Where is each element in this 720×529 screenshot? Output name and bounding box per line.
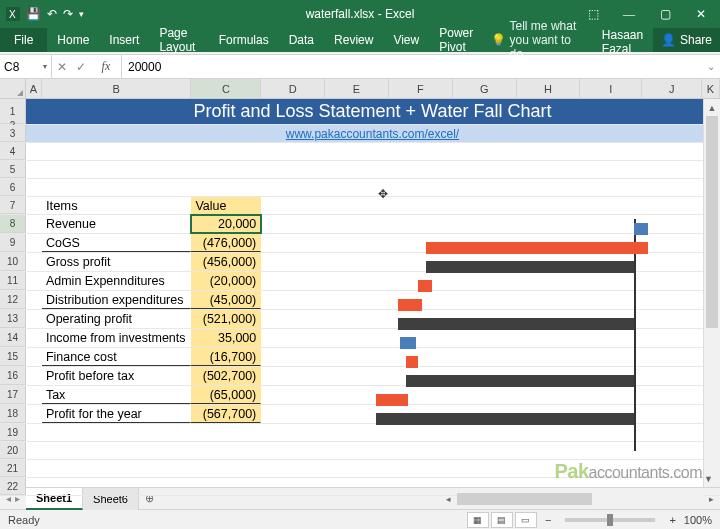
cell[interactable]: Income from investments xyxy=(42,329,192,347)
cell[interactable] xyxy=(453,234,517,252)
cell[interactable] xyxy=(26,329,42,347)
scroll-up-icon[interactable]: ▲ xyxy=(704,99,720,116)
cell[interactable] xyxy=(261,310,325,328)
cell[interactable] xyxy=(517,348,581,366)
row-header[interactable]: 5 xyxy=(0,161,26,178)
cell[interactable] xyxy=(191,460,261,477)
cell[interactable] xyxy=(26,234,42,252)
cell[interactable] xyxy=(42,478,192,495)
cell[interactable] xyxy=(517,386,581,404)
cell[interactable] xyxy=(642,234,702,252)
cell[interactable] xyxy=(517,253,581,271)
cell[interactable] xyxy=(325,291,389,309)
row-header[interactable]: 7 xyxy=(0,197,26,214)
cell[interactable] xyxy=(642,161,702,178)
cell[interactable] xyxy=(389,197,453,214)
cell[interactable]: Gross profit xyxy=(42,253,192,271)
cell[interactable] xyxy=(261,424,325,441)
cell[interactable] xyxy=(580,215,642,233)
cell[interactable]: Value xyxy=(191,197,261,214)
cell[interactable]: (521,000) xyxy=(191,310,261,328)
cell[interactable] xyxy=(453,386,517,404)
cell[interactable] xyxy=(580,234,642,252)
cell[interactable] xyxy=(261,253,325,271)
cell[interactable]: CoGS xyxy=(42,234,192,252)
cell[interactable] xyxy=(325,215,389,233)
cell[interactable] xyxy=(191,179,261,196)
cell[interactable] xyxy=(453,329,517,347)
column-header[interactable]: D xyxy=(261,79,325,98)
column-header[interactable]: A xyxy=(26,79,42,98)
cell[interactable] xyxy=(26,161,42,178)
cell[interactable] xyxy=(517,161,581,178)
cell[interactable] xyxy=(580,272,642,290)
cell[interactable] xyxy=(453,253,517,271)
tell-me-search[interactable]: 💡 Tell me what you want to do... xyxy=(491,28,594,52)
cell[interactable] xyxy=(389,460,453,477)
cell[interactable] xyxy=(453,179,517,196)
cell[interactable] xyxy=(389,143,453,160)
cell[interactable] xyxy=(453,367,517,385)
row-header[interactable]: 9 xyxy=(0,234,26,252)
column-header[interactable]: G xyxy=(453,79,517,98)
name-box[interactable]: C8▾ xyxy=(0,55,52,78)
cell[interactable] xyxy=(26,179,42,196)
cell[interactable] xyxy=(517,234,581,252)
cell[interactable] xyxy=(325,253,389,271)
cell[interactable] xyxy=(580,329,642,347)
cell[interactable] xyxy=(325,161,389,178)
column-header[interactable]: B xyxy=(42,79,192,98)
cell[interactable] xyxy=(517,424,581,441)
cell[interactable] xyxy=(642,197,702,214)
cell[interactable] xyxy=(389,348,453,366)
enter-icon[interactable]: ✓ xyxy=(76,60,86,74)
cell[interactable] xyxy=(517,405,581,423)
cell[interactable] xyxy=(580,253,642,271)
cell[interactable] xyxy=(453,460,517,477)
column-header[interactable]: I xyxy=(580,79,642,98)
spreadsheet-grid[interactable]: ABCDEFGHIJK 1Profit and Loss Statement +… xyxy=(0,79,720,487)
cell[interactable] xyxy=(389,405,453,423)
cell[interactable] xyxy=(453,442,517,459)
row-header[interactable]: 14 xyxy=(0,329,26,347)
cell[interactable] xyxy=(26,143,42,160)
cell[interactable] xyxy=(453,291,517,309)
horizontal-scrollbar[interactable]: ◂▸ xyxy=(440,491,720,507)
cell[interactable] xyxy=(191,161,261,178)
row-header[interactable]: 13 xyxy=(0,310,26,328)
cell[interactable] xyxy=(42,460,192,477)
cell[interactable] xyxy=(325,234,389,252)
tab-data[interactable]: Data xyxy=(279,28,324,52)
cell[interactable]: Finance cost xyxy=(42,348,192,366)
formula-input[interactable]: 20000 xyxy=(122,55,702,78)
cell[interactable] xyxy=(261,272,325,290)
cell[interactable]: Profit before tax xyxy=(42,367,192,385)
cell[interactable] xyxy=(42,161,192,178)
cell[interactable]: (16,700) xyxy=(191,348,261,366)
cell[interactable] xyxy=(453,161,517,178)
cell[interactable] xyxy=(517,310,581,328)
cell[interactable]: (567,700) xyxy=(191,405,261,423)
tab-power-pivot[interactable]: Power Pivot xyxy=(429,28,486,52)
cell[interactable] xyxy=(517,329,581,347)
cell[interactable] xyxy=(580,405,642,423)
cell[interactable] xyxy=(642,291,702,309)
cell[interactable] xyxy=(26,367,42,385)
cell[interactable] xyxy=(642,329,702,347)
cell[interactable] xyxy=(42,143,192,160)
cell[interactable] xyxy=(580,348,642,366)
column-header[interactable]: C xyxy=(191,79,261,98)
row-header[interactable]: 21 xyxy=(0,460,26,477)
zoom-in-button[interactable]: + xyxy=(669,514,675,526)
row-header[interactable]: 18 xyxy=(0,405,26,423)
cell[interactable]: Operating profit xyxy=(42,310,192,328)
cell[interactable] xyxy=(642,405,702,423)
customize-qat-icon[interactable]: ▾ xyxy=(79,9,84,19)
cell[interactable] xyxy=(389,386,453,404)
zoom-percent[interactable]: 100% xyxy=(684,514,712,526)
cell[interactable] xyxy=(261,478,325,495)
cell[interactable]: Profit for the year xyxy=(42,405,192,423)
cell[interactable]: Items xyxy=(42,197,192,214)
cell[interactable] xyxy=(517,442,581,459)
cancel-icon[interactable]: ✕ xyxy=(57,60,67,74)
